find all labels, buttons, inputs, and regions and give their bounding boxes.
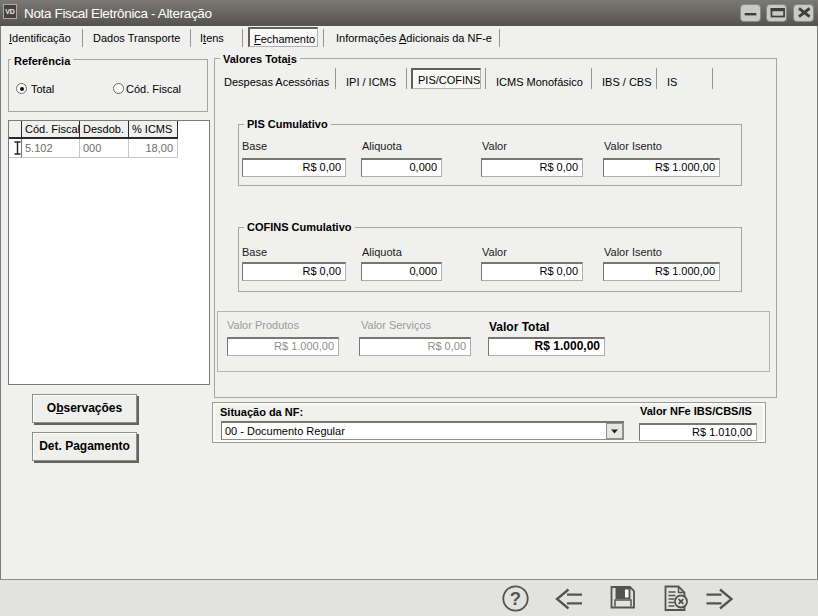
svg-text:?: ? [510,588,521,609]
